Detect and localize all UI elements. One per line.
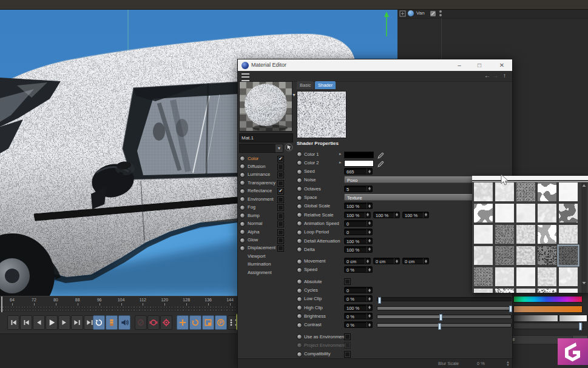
go-to-start-button[interactable]: [7, 315, 19, 330]
slider-track[interactable]: [377, 323, 512, 327]
tab-shader[interactable]: Shader: [315, 81, 336, 89]
key-scale-button[interactable]: [202, 315, 214, 330]
checkbox[interactable]: [344, 351, 351, 358]
value-slider-bar[interactable]: [513, 323, 584, 329]
spinner-icon[interactable]: [367, 221, 372, 226]
channel-row-alpha[interactable]: Alpha: [238, 228, 294, 236]
noise-shader-preview[interactable]: [297, 91, 346, 138]
channel-checkbox[interactable]: [277, 204, 284, 211]
key-rotation-button[interactable]: [189, 315, 201, 330]
spinner-icon[interactable]: [367, 203, 372, 209]
noise-thumbnail-grid[interactable]: [472, 176, 588, 293]
channel-row-bump[interactable]: Bump: [238, 212, 294, 219]
maximize-button[interactable]: □: [473, 61, 485, 69]
spinner-icon[interactable]: [367, 169, 372, 174]
spinner-icon[interactable]: [423, 212, 428, 218]
key-position-button[interactable]: [177, 315, 189, 330]
channel-checkbox[interactable]: ✔: [277, 156, 284, 162]
loop-mode-button[interactable]: [93, 315, 105, 330]
spinner-icon[interactable]: [423, 258, 428, 264]
spinner-icon[interactable]: [367, 238, 372, 244]
channel-row-displacement[interactable]: Displacement: [238, 244, 294, 252]
value-field[interactable]: 0 %: [344, 313, 373, 319]
picker-button[interactable]: [285, 143, 293, 152]
key-parameter-button[interactable]: P: [215, 315, 227, 330]
object-name[interactable]: Van: [416, 10, 425, 16]
visibility-dot-bottom[interactable]: [439, 14, 442, 16]
value-field-0[interactable]: 100 %: [344, 212, 371, 218]
channel-checkbox[interactable]: [277, 213, 284, 219]
spinner-icon[interactable]: [367, 287, 372, 293]
color-swatch[interactable]: [344, 152, 374, 158]
channel-row-normal[interactable]: Normal: [238, 220, 294, 228]
go-to-next-frame-button[interactable]: [58, 315, 70, 330]
sound-toggle-button[interactable]: [118, 315, 130, 330]
value-field-2[interactable]: 100 %: [402, 212, 429, 218]
channel-checkbox[interactable]: [277, 221, 284, 227]
value-field[interactable]: 0 %: [344, 266, 373, 273]
spinner-icon[interactable]: [367, 186, 372, 192]
value-field[interactable]: 100 %: [344, 246, 373, 253]
channel-row-viewport[interactable]: Viewport: [238, 252, 294, 260]
channel-row-luminance[interactable]: Luminance: [238, 171, 294, 179]
timeline-playhead[interactable]: [1, 296, 2, 313]
color-swatch[interactable]: [344, 160, 374, 167]
channel-row-illumination[interactable]: Illumination: [238, 261, 294, 269]
channel-row-glow[interactable]: Glow: [238, 236, 294, 244]
spinner-icon[interactable]: [365, 212, 370, 218]
channel-checkbox[interactable]: [277, 172, 284, 178]
value-field[interactable]: 0: [344, 229, 373, 235]
spinner-icon[interactable]: [367, 322, 372, 327]
spinner-icon[interactable]: [367, 267, 372, 272]
edit-icon[interactable]: [430, 10, 436, 17]
orange-gradient-bar[interactable]: [513, 306, 583, 313]
slider-handle[interactable]: [439, 314, 442, 321]
channel-checkbox[interactable]: [277, 245, 284, 252]
play-button[interactable]: [46, 315, 58, 330]
channel-row-color[interactable]: Color✔: [238, 155, 294, 162]
hue-gradient-bar[interactable]: [513, 296, 583, 303]
checkbox[interactable]: [344, 333, 351, 340]
channel-row-reflectance[interactable]: Reflectance✔: [238, 187, 294, 195]
slider-handle[interactable]: [509, 306, 512, 312]
slider-handle[interactable]: [579, 323, 582, 330]
spinner-icon[interactable]: [394, 258, 399, 264]
channel-checkbox[interactable]: [277, 196, 284, 203]
channel-row-environment[interactable]: Environment: [238, 195, 294, 203]
white-gradient-segment[interactable]: [559, 315, 587, 322]
value-field[interactable]: 0 %: [344, 295, 373, 302]
expand-arrow-icon[interactable]: ▸: [339, 160, 342, 165]
spinner-icon[interactable]: [367, 229, 372, 235]
value-field[interactable]: 100 %: [344, 202, 373, 209]
value-field[interactable]: 0: [344, 287, 373, 293]
preview-type-dropdown[interactable]: ▼: [239, 144, 283, 153]
close-button[interactable]: ✕: [496, 61, 508, 69]
channel-row-diffusion[interactable]: Diffusion: [238, 162, 294, 170]
value-field-1[interactable]: 100 %: [373, 212, 400, 218]
channel-row-fog[interactable]: Fog: [238, 204, 294, 212]
timeline-ruler[interactable]: 6472808896104112120128136144: [0, 296, 237, 313]
menu-icon[interactable]: [242, 73, 249, 81]
minimize-button[interactable]: –: [453, 61, 465, 69]
back-icon[interactable]: ←: [484, 72, 490, 79]
value-field-0[interactable]: 0 cm: [344, 258, 371, 264]
go-to-previous-key-button[interactable]: [20, 315, 32, 330]
tab-basic[interactable]: Basic: [297, 81, 314, 89]
slider-track[interactable]: [377, 306, 512, 310]
slider-handle[interactable]: [438, 323, 441, 330]
channel-row-assignment[interactable]: Assignment: [238, 269, 294, 276]
noise-type-picker-popup[interactable]: [472, 176, 588, 293]
channel-checkbox[interactable]: [277, 180, 284, 187]
spinner-icon[interactable]: [394, 212, 399, 218]
go-to-previous-frame-button[interactable]: [33, 315, 45, 330]
object-manager-row[interactable]: Van: [397, 9, 588, 19]
spinner-icon[interactable]: [365, 258, 370, 264]
checkbox[interactable]: [344, 342, 351, 349]
record-keyframes-button[interactable]: [160, 315, 172, 330]
spinner-icon[interactable]: [367, 305, 372, 310]
spinner-icon[interactable]: [367, 313, 372, 319]
channel-checkbox[interactable]: [277, 229, 284, 236]
record-disabled-button[interactable]: [135, 315, 147, 330]
channel-checkbox[interactable]: ✔: [277, 188, 284, 195]
slider-track[interactable]: [377, 297, 512, 301]
